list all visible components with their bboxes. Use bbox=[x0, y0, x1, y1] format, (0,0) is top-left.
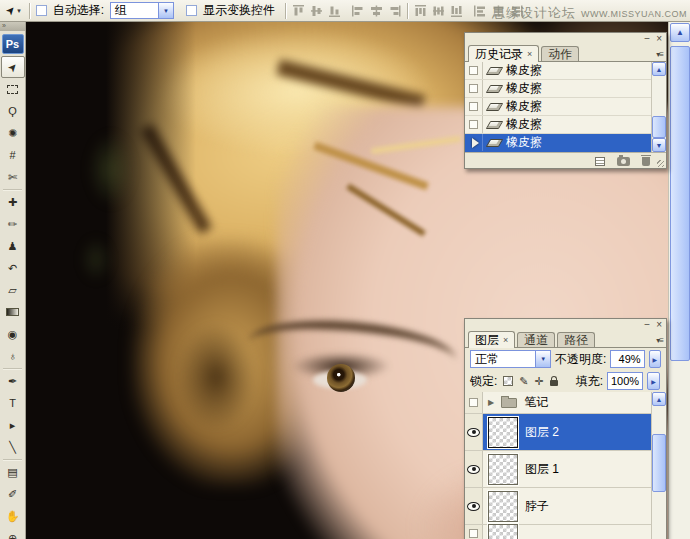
scroll-down-button[interactable]: ▼ bbox=[652, 138, 666, 152]
panel-resize-grip[interactable] bbox=[657, 160, 664, 167]
crop-tool[interactable]: # bbox=[1, 144, 25, 166]
eye-visibility-icon[interactable] bbox=[467, 428, 480, 437]
zoom-tool[interactable]: ⊕ bbox=[1, 527, 25, 539]
set-source-checkbox[interactable] bbox=[469, 66, 478, 75]
new-document-from-state-icon[interactable] bbox=[595, 157, 605, 166]
set-source-checkbox[interactable] bbox=[469, 120, 478, 129]
set-source-checkbox[interactable] bbox=[469, 102, 478, 111]
path-selection-tool[interactable]: ▸ bbox=[1, 414, 25, 436]
expand-triangle-icon[interactable]: ▶ bbox=[488, 398, 494, 407]
lock-transparent-pixels-icon[interactable] bbox=[503, 376, 513, 386]
eraser-tool[interactable]: ▱ bbox=[1, 279, 25, 301]
layer-row[interactable]: 脖子 bbox=[465, 488, 651, 525]
minimize-icon[interactable]: − bbox=[644, 320, 650, 330]
lasso-tool[interactable]: Ϙ bbox=[1, 100, 25, 122]
align-right-edges-icon[interactable] bbox=[388, 5, 401, 17]
distribute-left-edges-icon[interactable] bbox=[474, 5, 487, 17]
type-tool[interactable]: T bbox=[1, 392, 25, 414]
blur-tool[interactable]: ◉ bbox=[1, 323, 25, 345]
notes-tool[interactable]: ▤ bbox=[1, 461, 25, 483]
layer-row[interactable]: 图层 1 bbox=[465, 451, 651, 488]
line-tool[interactable]: ╲ bbox=[1, 436, 25, 458]
visibility-toggle[interactable] bbox=[469, 398, 478, 407]
scrollbar-thumb[interactable] bbox=[670, 46, 690, 361]
distribute-vertical-centers-icon[interactable] bbox=[432, 5, 445, 17]
layer-row-partial[interactable] bbox=[465, 525, 651, 539]
fill-value-field[interactable]: 100% bbox=[607, 372, 643, 390]
quick-selection-tool[interactable]: ✺ bbox=[1, 122, 25, 144]
tab-layers[interactable]: 图层 × bbox=[468, 331, 515, 348]
opacity-slider-arrow-icon[interactable]: ▶ bbox=[649, 350, 661, 368]
distribute-bottom-edges-icon[interactable] bbox=[450, 5, 463, 17]
lock-all-padlock-icon[interactable] bbox=[550, 380, 558, 386]
align-vertical-centers-icon[interactable] bbox=[310, 5, 323, 17]
rectangular-marquee-tool[interactable] bbox=[1, 78, 25, 100]
dropdown-arrow-icon[interactable]: ▼ bbox=[535, 351, 550, 367]
new-snapshot-camera-icon[interactable] bbox=[617, 157, 630, 166]
align-left-edges-icon[interactable] bbox=[352, 5, 365, 17]
panel-menu-icon[interactable]: ▾≡ bbox=[656, 50, 663, 59]
close-icon[interactable]: × bbox=[656, 34, 662, 44]
opacity-value-field[interactable]: 49% bbox=[610, 350, 644, 368]
lock-position-icon[interactable]: ✛ bbox=[535, 376, 544, 387]
layer-thumbnail[interactable] bbox=[488, 454, 518, 485]
layer-row-selected[interactable]: 图层 2 bbox=[465, 414, 651, 451]
dodge-tool[interactable]: ♁ bbox=[1, 345, 25, 367]
tab-close-icon[interactable]: × bbox=[503, 335, 508, 345]
scroll-up-button[interactable]: ▲ bbox=[652, 392, 666, 406]
lock-image-pixels-brush-icon[interactable]: ✎ bbox=[519, 376, 528, 387]
history-brush-tool[interactable]: ↶ bbox=[1, 257, 25, 279]
tool-preset-picker[interactable]: ➤ ▾ bbox=[4, 4, 23, 17]
pen-tool[interactable]: ✒ bbox=[1, 370, 25, 392]
hand-tool[interactable]: ✋ bbox=[1, 505, 25, 527]
scroll-up-button[interactable]: ▲ bbox=[670, 23, 690, 42]
brush-tool[interactable]: ✏ bbox=[1, 213, 25, 235]
delete-state-trash-icon[interactable] bbox=[642, 157, 650, 166]
history-state-row[interactable]: 橡皮擦 bbox=[465, 62, 651, 80]
healing-brush-tool[interactable]: ✚ bbox=[1, 191, 25, 213]
distribute-top-edges-icon[interactable] bbox=[414, 5, 427, 17]
eye-visibility-icon[interactable] bbox=[467, 465, 480, 474]
history-state-row[interactable]: 橡皮擦 bbox=[465, 98, 651, 116]
tab-actions[interactable]: 动作 bbox=[541, 46, 579, 61]
layer-thumbnail[interactable] bbox=[488, 417, 518, 448]
minimize-icon[interactable]: − bbox=[644, 34, 650, 44]
history-state-row[interactable]: 橡皮擦 bbox=[465, 116, 651, 134]
scrollbar-thumb[interactable] bbox=[652, 116, 666, 138]
layer-thumbnail[interactable] bbox=[488, 524, 518, 539]
show-transform-checkbox[interactable] bbox=[186, 5, 197, 16]
align-top-edges-icon[interactable] bbox=[292, 5, 305, 17]
toolbox-grip[interactable]: » bbox=[0, 22, 25, 31]
tab-close-icon[interactable]: × bbox=[527, 49, 532, 59]
blend-mode-dropdown[interactable]: 正常 ▼ bbox=[470, 350, 551, 368]
history-state-row[interactable]: 橡皮擦 bbox=[465, 80, 651, 98]
canvas-vertical-scrollbar[interactable]: ▲ bbox=[668, 22, 690, 539]
clone-stamp-tool[interactable]: ♟ bbox=[1, 235, 25, 257]
history-scrollbar[interactable]: ▲ ▼ bbox=[651, 62, 666, 152]
scroll-up-button[interactable]: ▲ bbox=[652, 62, 666, 76]
layers-scrollbar[interactable]: ▲ bbox=[651, 392, 666, 539]
align-horizontal-centers-icon[interactable] bbox=[370, 5, 383, 17]
panel-menu-icon[interactable]: ▾≡ bbox=[656, 336, 663, 345]
auto-select-dropdown[interactable]: 组 ▼ bbox=[110, 2, 174, 19]
tab-channels[interactable]: 通道 bbox=[517, 332, 555, 347]
tab-history[interactable]: 历史记录 × bbox=[468, 45, 539, 62]
eye-visibility-icon[interactable] bbox=[467, 502, 480, 511]
tab-paths[interactable]: 路径 bbox=[557, 332, 595, 347]
close-icon[interactable]: × bbox=[656, 320, 662, 330]
visibility-toggle[interactable] bbox=[469, 529, 478, 538]
align-bottom-edges-icon[interactable] bbox=[328, 5, 341, 17]
history-state-pointer-icon[interactable] bbox=[472, 138, 479, 148]
move-tool[interactable]: ➤ bbox=[1, 56, 25, 78]
set-source-checkbox[interactable] bbox=[469, 84, 478, 93]
gradient-tool[interactable] bbox=[1, 301, 25, 323]
layer-thumbnail[interactable] bbox=[488, 491, 518, 522]
history-state-row-selected[interactable]: 橡皮擦 bbox=[465, 134, 651, 152]
layer-group-row[interactable]: ▶ 笔记 bbox=[465, 392, 651, 414]
auto-select-checkbox[interactable] bbox=[36, 5, 47, 16]
fill-slider-arrow-icon[interactable]: ▶ bbox=[647, 372, 660, 390]
eyedropper-tool[interactable]: ✐ bbox=[1, 483, 25, 505]
scrollbar-thumb[interactable] bbox=[652, 434, 666, 492]
dropdown-arrow-icon[interactable]: ▼ bbox=[158, 3, 173, 18]
slice-tool[interactable]: ✄ bbox=[1, 166, 25, 188]
